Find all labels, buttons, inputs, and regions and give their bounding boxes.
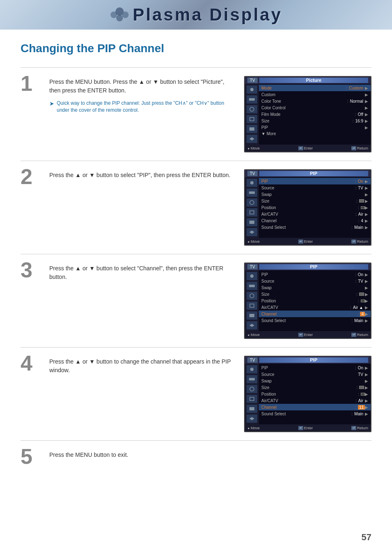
menu-row-size3: Size : ▶ [259,291,371,297]
step-1-tip-text: Quick way to change the PIP channel: Jus… [57,100,236,114]
sidebar-icon-2e [247,218,257,226]
step-3-instruction: Press the ▲ or ▼ button to select "Chann… [49,264,236,281]
header-logo: Plasma Display [110,5,282,25]
menu-value-aircatv2: Air [358,212,363,216]
tv-header-2: TV PIP [245,170,371,177]
tv-menu-content-3: PIP : On ▶ Source : TV ▶ [259,270,371,331]
main-content: Changing the PIP Channel 1 Press the MEN… [0,30,392,484]
menu-row-pip2: PIP : On ▶ [259,178,371,184]
tip-arrow-icon: ➤ [49,100,54,107]
sidebar-icon-4e [247,405,257,413]
menu-label-mode: Mode [261,86,345,90]
menu-label-aircatv3: Air/CATV [261,305,348,310]
menu-row-aircatv2: Air/CATV : Air ▶ [259,211,371,217]
menu-row-more: ▼ More [259,131,371,137]
menu-value-source4: TV [358,372,363,377]
step-4-number: 4 [21,352,41,374]
sidebar-icon-4b [247,375,257,383]
menu-label-custom: Custom [261,92,365,97]
menu-label-soundselect3: Sound Select [261,318,350,323]
menu-label-source2: Source [261,186,353,190]
sidebar-icon-2f [247,228,257,236]
footer-return-1: ⏎ Return [351,146,368,150]
step-5-instruction: Press the MENU button to exit. [49,451,371,459]
tv-body-3: PIP : On ▶ Source : TV ▶ [245,270,371,331]
tv-header-1: TV Picture [245,77,371,84]
tv-screen-1: TV Picture [244,76,371,152]
menu-label-colortone: Color Tone [261,99,346,104]
tv-body-2: PIP : On ▶ Source : TV ▶ [245,177,371,238]
menu-row-custom: Custom ▶ [259,91,371,98]
svg-point-16 [250,368,254,371]
footer-return-3: ⏎ Return [351,333,368,337]
sidebar-icon-1 [247,85,257,94]
menu-label-size4: Size [261,385,355,390]
page-title: Changing the PIP Channel [21,42,371,55]
footer-enter-label-2: Enter [304,240,313,244]
svg-point-12 [250,274,254,278]
pos-icon-3 [361,299,365,302]
menu-row-size: Size : 16:9 ▶ [259,117,371,124]
tv-sidebar-2 [245,177,259,238]
tv-screen-4: TV PIP [244,356,371,432]
footer-move-label-2: Move [251,240,260,244]
step-2-content: Press the ▲ or ▼ button to select "PIP",… [49,169,236,184]
tv-label-2: TV [247,171,258,176]
sidebar-icon-3d [247,302,257,310]
footer-move-label-1: Move [251,146,260,150]
sidebar-icon-4a [247,365,257,373]
menu-label-pip3: PIP [261,272,353,277]
tv-menu-title-3: PIP [259,264,368,269]
menu-row-colortone: Color Tone : Normal ▶ [259,98,371,104]
menu-value-soundselect2: Main [354,225,363,230]
sidebar-icon-4d [247,395,257,403]
header: Plasma Display [0,0,392,30]
menu-label-pip4: PIP [261,366,353,370]
svg-rect-5 [249,98,255,101]
menu-label-position3: Position [261,299,356,303]
sidebar-icon-4c [247,385,257,393]
menu-value-aircatv3: Air ▲ [353,305,363,310]
step-3: 3 Press the ▲ or ▼ button to select "Cha… [21,254,371,347]
menu-value-colortone: Normal [350,99,363,104]
menu-label-channel4: Channel [261,405,353,410]
size-icon-3 [359,292,364,296]
footer-return-label-4: Return [357,426,368,430]
tv-label-1: TV [247,78,258,83]
footer-enter-icon-3: ↵ [298,333,303,337]
svg-point-18 [250,387,254,391]
menu-value-channel2: 4 [361,219,363,223]
footer-return-icon-1: ⏎ [351,146,356,150]
sidebar-icon-3 [247,105,257,113]
menu-label-swap3: Swap [261,286,365,290]
menu-label-source3: Source [261,279,353,283]
menu-value-pip3: On [358,272,363,277]
tv-body-4: PIP : On ▶ Source TV ▶ [245,364,371,424]
tv-footer-3: ⬥ Move ↵ Enter ⏎ Return [245,331,371,338]
tv-menu-title-4: PIP [259,357,368,363]
menu-label-position4: Position [261,392,356,396]
menu-label-colorcontrol: Color Control [261,106,360,110]
footer-move-1: ⬥ Move [247,146,260,150]
sidebar-icon-2a [247,179,257,187]
tv-label-4: TV [247,357,258,363]
step-1-number: 1 [21,73,41,94]
footer-return-icon-3: ⏎ [351,333,356,337]
menu-row-swap3: Swap ▶ [259,284,371,291]
footer-return-label-2: Return [357,240,368,244]
menu-label-aircatv4: Air/CATV [261,398,354,403]
footer-return-label-3: Return [357,333,368,337]
sidebar-icon-3c [247,292,257,300]
menu-label-aircatv2: Air/CATV [261,212,354,216]
footer-enter-label-4: Enter [304,426,313,430]
footer-enter-icon-1: ↵ [298,146,303,150]
tv-screen-2: TV PIP [244,169,371,246]
menu-value-size: 16:9 [355,119,363,123]
menu-value-filmmode: Off [358,112,363,117]
sidebar-icon-2d [247,208,257,216]
pos-icon-2 [361,206,365,209]
svg-rect-13 [249,285,255,287]
footer-enter-2: ↵ Enter [298,240,313,244]
step-3-content: Press the ▲ or ▼ button to select "Chann… [49,263,236,286]
tv-footer-4: ⬥ Move ↵ Enter ⏎ Return [245,424,371,431]
